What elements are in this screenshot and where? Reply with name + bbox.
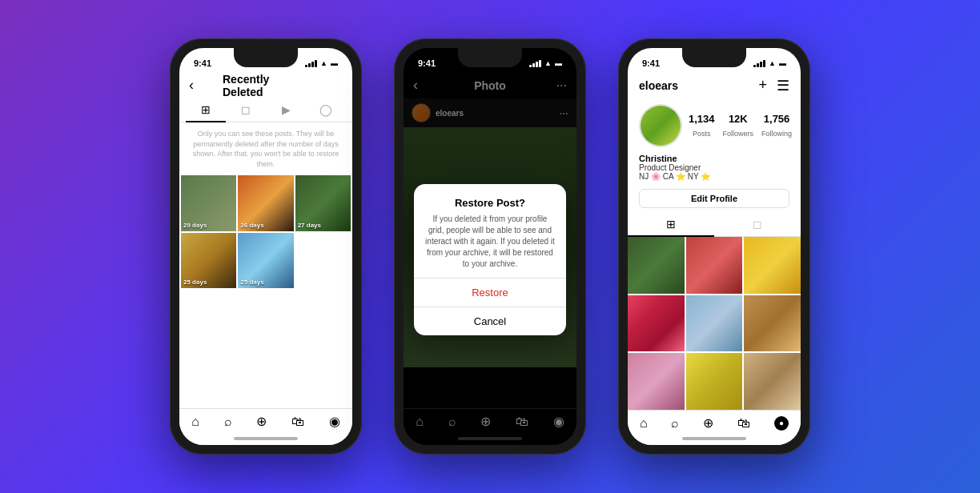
dialog-title: Restore Post?: [425, 197, 555, 209]
profile-job: Product Designer: [639, 163, 789, 172]
followers-label: Followers: [723, 130, 754, 138]
wifi-icon: ▲: [320, 59, 327, 67]
profile-location: NJ 🌸 CA ⭐ NY ⭐: [639, 172, 789, 181]
status-time-3: 9:41: [642, 58, 660, 68]
following-label: Following: [761, 130, 792, 138]
notch-2: [458, 48, 522, 67]
profile-bio: Christine Product Designer NJ 🌸 CA ⭐ NY …: [628, 152, 801, 186]
profile-photo-4[interactable]: [628, 295, 685, 352]
nav-home-3[interactable]: ⌂: [640, 416, 648, 431]
deleted-photo-1[interactable]: 29 days: [181, 175, 236, 230]
deleted-photo-5[interactable]: 25 days: [238, 233, 293, 288]
stats-counts: 1,134 Posts 12K Followers 1,756 Followin…: [689, 113, 792, 139]
recently-deleted-screen: ‹ Recently Deleted ⊞ ◻ ▶ ◯ Only you can …: [179, 74, 352, 445]
profile-photo-grid: [628, 237, 801, 410]
profile-photo-1[interactable]: [628, 237, 685, 294]
battery-icon: ▬: [331, 59, 338, 67]
status-icons-2: ▲ ▬: [529, 59, 562, 67]
nav-add-3[interactable]: ⊕: [703, 415, 713, 431]
profile-header-actions: + ☰: [758, 77, 789, 94]
tab-grid[interactable]: ⊞: [186, 98, 226, 122]
profile-content-tabs: ⊞ ◻: [628, 213, 801, 237]
profile-photo-2[interactable]: [686, 237, 743, 294]
tab-grid-profile[interactable]: ⊞: [628, 213, 714, 237]
dialog-body-text: If you deleted it from your profile grid…: [425, 214, 555, 270]
edit-profile-button[interactable]: Edit Profile: [639, 189, 789, 208]
days-label-4: 25 days: [183, 279, 207, 286]
profile-header: eloears + ☰: [628, 74, 801, 99]
home-indicator-3: [682, 437, 746, 440]
following-number: 1,756: [761, 113, 792, 125]
wifi-icon-2: ▲: [544, 59, 552, 67]
status-time-1: 9:41: [194, 58, 211, 68]
phone-recently-deleted: 9:41 ▲ ▬ ‹ Recently Deleted ⊞ ◻ ▶: [170, 38, 362, 455]
nav-search-3[interactable]: ⌕: [671, 416, 679, 431]
signal-icon: [305, 59, 317, 67]
photo-grid-row2: 25 days 25 days: [179, 231, 352, 288]
signal-icon-3: [753, 59, 765, 67]
home-indicator-1: [234, 437, 298, 440]
menu-button[interactable]: ☰: [777, 77, 789, 94]
battery-icon-2: ▬: [555, 59, 562, 67]
signal-icon-2: [529, 59, 541, 67]
profile-photo-9[interactable]: [744, 353, 801, 410]
back-button[interactable]: ‹: [189, 77, 194, 94]
notch: [234, 48, 298, 67]
tab-tagged-profile[interactable]: ◻: [714, 213, 801, 236]
empty-slot: [295, 233, 351, 288]
status-icons-1: ▲ ▬: [305, 59, 338, 67]
nav-profile-3[interactable]: ●: [774, 416, 789, 431]
nav-shop-1[interactable]: 🛍: [291, 415, 304, 429]
wifi-icon-3: ▲: [769, 59, 776, 67]
notch-3: [682, 48, 746, 67]
photo-grid-row1: 29 days 26 days 27 days: [179, 175, 352, 230]
followers-number: 12K: [723, 113, 754, 125]
posts-count[interactable]: 1,134 Posts: [689, 113, 715, 139]
days-label-2: 26 days: [240, 222, 263, 229]
restore-dialog: Restore Post? If you deleted it from you…: [414, 184, 566, 335]
page-title: Recently Deleted: [223, 73, 309, 98]
posts-label: Posts: [693, 130, 711, 138]
battery-icon-3: ▬: [779, 59, 786, 67]
deleted-photo-2[interactable]: 26 days: [238, 175, 293, 230]
nav-shop-3[interactable]: 🛍: [737, 416, 750, 431]
profile-photo-6[interactable]: [744, 295, 801, 352]
posts-number: 1,134: [689, 113, 715, 125]
profile-avatar[interactable]: [639, 104, 682, 147]
deleted-photo-3[interactable]: 27 days: [295, 175, 351, 230]
photo-view-screen: ‹ Photo ··· eloears ··· Restore Post? If…: [404, 74, 576, 445]
deleted-photo-4[interactable]: 25 days: [181, 233, 236, 288]
profile-photo-8[interactable]: [686, 353, 743, 410]
days-label-3: 27 days: [298, 222, 321, 229]
days-label-1: 29 days: [183, 222, 207, 229]
tab-reels[interactable]: ▶: [266, 98, 306, 122]
following-count[interactable]: 1,756 Following: [761, 113, 792, 139]
tab-archive[interactable]: ◻: [226, 98, 266, 122]
profile-photo-7[interactable]: [628, 353, 685, 410]
days-label-5: 25 days: [240, 279, 263, 286]
profile-photo-5[interactable]: [686, 295, 743, 352]
profile-name: Christine: [639, 154, 789, 163]
tab-tagged[interactable]: ◯: [306, 98, 346, 122]
dialog-content: Restore Post? If you deleted it from you…: [414, 184, 566, 278]
followers-count[interactable]: 12K Followers: [723, 113, 754, 139]
restore-button[interactable]: Restore: [414, 279, 566, 307]
add-content-button[interactable]: +: [758, 77, 767, 94]
filter-tabs: ⊞ ◻ ▶ ◯: [179, 98, 352, 122]
nav-home-1[interactable]: ⌂: [191, 415, 199, 429]
header-bar: ‹ Recently Deleted: [179, 74, 352, 98]
cancel-button[interactable]: Cancel: [414, 307, 566, 335]
status-time-2: 9:41: [418, 58, 436, 68]
avatar-image: [641, 106, 681, 146]
nav-profile-1[interactable]: ◉: [329, 414, 340, 429]
profile-photo-3[interactable]: [744, 237, 801, 294]
dialog-overlay: Restore Post? If you deleted it from you…: [404, 74, 576, 445]
profile-screen: eloears + ☰ 1,134 Posts 12K F: [628, 74, 801, 445]
status-icons-3: ▲ ▬: [753, 59, 786, 67]
phone-profile: 9:41 ▲ ▬ eloears + ☰: [618, 38, 810, 455]
nav-add-1[interactable]: ⊕: [256, 414, 267, 429]
nav-search-1[interactable]: ⌕: [224, 415, 232, 429]
phone-restore-dialog: 9:41 ▲ ▬ ‹ Photo ··· eloears: [394, 38, 586, 455]
profile-username: eloears: [639, 79, 678, 92]
notice-text: Only you can see these posts. They will …: [179, 122, 352, 175]
